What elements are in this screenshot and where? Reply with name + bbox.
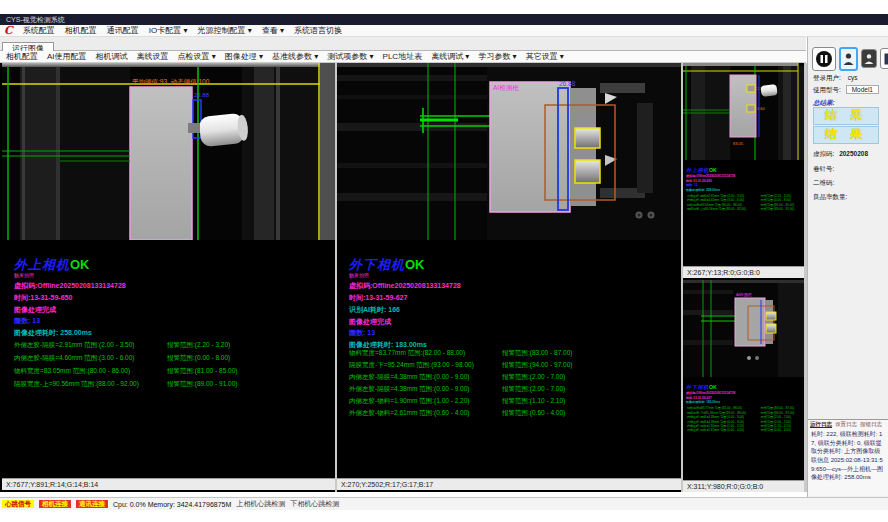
measurement-value: 外侧左胶-隔膜=4.38mm 范围:(0.00 - 9.00): [349, 385, 469, 394]
toolbar-item[interactable]: 图像处理 ▾: [225, 51, 263, 62]
elapsed-line: 图像处理耗时: 258.00ms: [14, 328, 92, 338]
needle-number-label: 卷针号:: [813, 165, 834, 174]
app-window: { "window_title": "CYS-视觉检测系统", "menu": …: [0, 0, 888, 522]
thumbnail-text-block: 外上相机OK 虚拟码:Offline20250208133134728 时间:1…: [686, 166, 804, 211]
ai-box-label: AI检测框: [493, 84, 519, 92]
result-indicator-bottom: 结 果: [813, 126, 879, 144]
toolbar-item[interactable]: 其它设置 ▾: [526, 51, 564, 62]
pause-button[interactable]: [812, 47, 836, 71]
alarm-range: 报警范围:(83.00 - 87.00): [502, 349, 572, 358]
log-tab-run[interactable]: 运行日志: [810, 421, 832, 428]
alarm-range: 报警范围:(0.00 - 8.00): [167, 354, 230, 363]
toolbar-item[interactable]: 相机配置: [6, 51, 38, 62]
cursor-pixel-readout: X:311;Y:980;R:0;G:0;B:0: [683, 480, 804, 492]
alarm-range: 报警范围:(0.60 - 4.00): [761, 428, 791, 432]
login-user-row: 登录用户: cys: [813, 74, 857, 83]
menu-item[interactable]: 系统配置: [23, 25, 55, 36]
toolbar-item[interactable]: AI使用配置: [47, 51, 87, 62]
measurement-row: 外侧左胶-物料=2.61mm 范围:(0.60 - 4.00) 报警范围:(0.…: [337, 409, 681, 421]
result-ok: OK: [709, 384, 717, 390]
login-user-value: cys: [848, 74, 858, 81]
measurement-row: 隔膜宽度-下=95.24mm 范围:(93.00 - 98.00) 报警范围:(…: [337, 361, 681, 373]
exit-door-icon: [883, 52, 888, 66]
log-tabs: 运行日志 设置日志 报错日志: [808, 420, 888, 429]
qrcode-label: 二维码:: [813, 179, 834, 188]
thumbnail-image-outer-top[interactable]: 2.91 4.60 83.05: [683, 63, 804, 160]
alarm-range: 报警范围:(2.00 - 7.00): [502, 385, 565, 394]
cursor-pixel-readout: X:267;Y:13;R:0;G:0;B:0: [683, 266, 804, 278]
menu-items: 系统配置相机配置通讯配置IO卡配置 ▾光源控制配置 ▾查看 ▾系统语言切换: [23, 25, 342, 36]
pause-icon: [815, 50, 833, 68]
menu-item[interactable]: 通讯配置: [107, 25, 139, 36]
toolbar-item[interactable]: PLC地址表: [383, 51, 423, 62]
camera-image-outer-top[interactable]: 平均阈值:93, 动态阈值:100 23.88: [2, 63, 335, 240]
result-ok: OK: [405, 257, 425, 272]
alarm-range: 报警范围:(1.10 - 2.10): [502, 397, 565, 406]
menu-item[interactable]: 相机配置: [65, 25, 97, 36]
alarm-range: 报警范围:(94.00 - 97.00): [502, 361, 572, 370]
log-panel: 运行日志 设置日志 报错日志 耗时: 222, 级联检测耗时: 17, 级联分类…: [808, 419, 888, 496]
result-ok: OK: [70, 257, 90, 272]
thumbnail-view-outer-top: 2.91 4.60 83.05 外上相机OK 虚拟码:Offline202502…: [683, 63, 804, 278]
measurement-value: 物料宽度=83.77mm 范围:(82.00 - 88.00): [349, 349, 465, 358]
log-tab-errors[interactable]: 报错日志: [860, 421, 882, 428]
measurement-row: 内侧左胶-物料=1.90mm 范围:(1.00 - 2.20) 报警范围:(1.…: [337, 397, 681, 409]
window-title: CYS-视觉检测系统: [0, 14, 888, 25]
thumbnail-image-outer-bottom[interactable]: AI检测框: [683, 280, 804, 377]
toolbar-item[interactable]: 测试项参数 ▾: [327, 51, 373, 62]
measurement-value: 内侧左胶-物料=1.90mm 范围:(1.00 - 2.20): [349, 397, 469, 406]
trigger-label: 触发拍照: [14, 272, 34, 278]
exit-button[interactable]: [880, 48, 888, 69]
result-ok: OK: [709, 167, 717, 173]
toolbar-item[interactable]: 相机调试: [96, 51, 128, 62]
virtual-code-label: 虚拟码:: [813, 150, 834, 157]
measurement-value: 隔膜宽度-上=90.56mm 范围:(88.00 - 92.00): [687, 207, 746, 211]
login-user-label: 登录用户:: [813, 74, 841, 81]
status-bar: 心跳信号 相机连接 通讯连接 Cpu: 0.0% Memory: 3424.41…: [0, 497, 888, 510]
top-camera-heartbeat: 上相机心跳检测: [236, 499, 285, 509]
log-tab-settings[interactable]: 设置日志: [835, 421, 857, 428]
menu-item[interactable]: 光源控制配置 ▾: [197, 25, 251, 36]
measurement-row: 外侧左胶-物料=2.61mm 范围:(0.60 - 4.00) 报警范围:(0.…: [686, 428, 804, 432]
toolbar-item[interactable]: 离线设置: [137, 51, 169, 62]
camera-view-outer-bottom: AI检测框 26.88 外下相机OK 触发拍照 虚拟码:Offline20250…: [337, 63, 681, 490]
cpu-memory-readout: Cpu: 0.0% Memory: 3424.41796875M: [113, 501, 231, 508]
toolbar-item[interactable]: 学习参数 ▾: [478, 51, 516, 62]
user-login-button[interactable]: [839, 47, 858, 71]
virtual-code-value: 20250208: [839, 150, 868, 157]
measurement-value: 外侧左胶-物料=2.61mm 范围:(0.60 - 4.00): [349, 409, 469, 418]
measurement-row: 物料宽度=83.77mm 范围:(82.00 - 88.00) 报警范围:(83…: [337, 349, 681, 361]
camera-image-outer-bottom[interactable]: AI检测框 26.88: [337, 63, 681, 240]
process-done-line: 图像处理完成: [349, 317, 391, 327]
toolbar-item[interactable]: 点检设置 ▾: [178, 51, 216, 62]
cursor-pixel-readout: X:270;Y:2502;R:17;G:17;B:17: [337, 478, 681, 490]
measurement-row: 内侧左胶-隔膜=4.38mm 范围:(0.00 - 9.00) 报警范围:(2.…: [337, 373, 681, 385]
measurement-row: 物料宽度=83.05mm 范围:(80.00 - 86.00) 报警范围:(81…: [2, 367, 335, 380]
menu-item[interactable]: 查看 ▾: [262, 25, 284, 36]
blue-measure-annotation: 26.88: [559, 80, 576, 87]
log-text[interactable]: 耗时: 222, 级联检测耗时: 17, 级联分类耗时: 0, 级联提取分类耗时…: [808, 429, 888, 483]
user-switch-button[interactable]: [861, 49, 877, 68]
model-value[interactable]: Model1: [846, 85, 879, 94]
heartbeat-status-badge: 心跳信号: [2, 500, 34, 509]
toolbar-item[interactable]: 离线调试 ▾: [431, 51, 469, 62]
measurement-value: 外侧左胶-物料=2.61mm 范围:(0.60 - 4.00): [687, 428, 744, 432]
camera-title: 外上相机: [686, 167, 709, 173]
menu-bar: C 系统配置相机配置通讯配置IO卡配置 ▾光源控制配置 ▾查看 ▾系统语言切换: [0, 25, 888, 37]
virtual-code-row: 虚拟码: 20250208: [813, 150, 868, 159]
user-icon: [843, 52, 854, 66]
result-indicator-top: 结 果: [813, 107, 879, 125]
alarm-range: 报警范围:(81.00 - 85.00): [167, 367, 237, 376]
threshold-annotation: 平均阈值:93, 动态阈值:100: [132, 78, 210, 86]
menu-item[interactable]: 系统语言切换: [294, 25, 342, 36]
menu-item[interactable]: IO卡配置 ▾: [149, 25, 188, 36]
app-logo-icon: C: [4, 26, 13, 36]
control-buttons: [812, 47, 888, 71]
toolbar-item[interactable]: 基准线参数 ▾: [272, 51, 318, 62]
yield-count-label: 良品率数量:: [813, 193, 847, 202]
camera-title: 外下相机: [686, 384, 709, 390]
measurement-list: 外侧左胶-隔膜=2.91mm 范围:(2.00 - 3.50) 报警范围:(2.…: [2, 341, 335, 393]
measurement-list: 外侧左胶-隔膜=2.91mm 范围:(2.00 - 3.50) 报警范围:(2.…: [686, 194, 804, 212]
measurement-value: 内侧左胶-隔膜=4.38mm 范围:(0.00 - 9.00): [349, 373, 469, 382]
toolbar-items: 相机配置AI使用配置相机调试离线设置点检设置 ▾图像处理 ▾基准线参数 ▾测试项…: [6, 51, 564, 62]
